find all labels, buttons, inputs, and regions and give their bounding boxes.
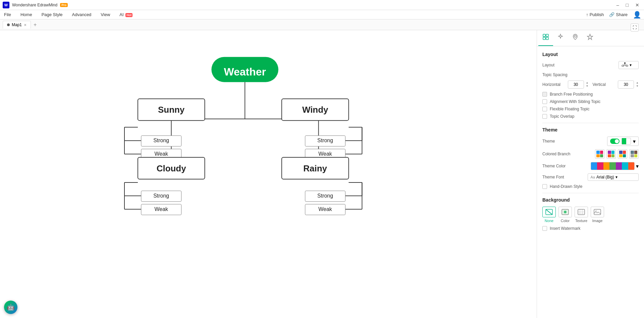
minimize-button[interactable]: – [614,2,621,8]
panel-tab-location[interactable] [568,30,583,46]
bg-option-texture[interactable]: Texture [575,207,588,223]
insert-watermark-checkbox[interactable] [542,226,547,231]
hand-drawn-row: Hand-Drawn Style [542,184,639,189]
flexible-floating-label: Flexible Floating Topic [550,107,590,111]
branch-free-positioning-row: Branch Free Positioning [542,92,639,97]
svg-text:Strong: Strong [317,193,333,199]
bg-option-color[interactable]: Color [558,207,572,223]
horizontal-value: 30 [574,82,578,87]
hand-drawn-label: Hand-Drawn Style [550,184,582,189]
share-button[interactable]: 🔗 Share [609,12,628,17]
theme-preview-dropdown[interactable]: ▾ [607,137,639,146]
flexible-floating-checkbox[interactable] [542,107,547,111]
svg-rect-48 [626,65,628,66]
svg-text:Weak: Weak [318,151,332,157]
menu-view[interactable]: View [99,12,111,17]
menu-advanced[interactable]: Advanced [71,12,93,17]
menubar: File Home Page Style Advanced View AI Ho… [0,10,644,19]
svg-line-49 [546,209,552,215]
theme-toggle [610,139,620,144]
publish-button[interactable]: ↑ Publish [586,12,604,17]
pro-badge: Pro [60,3,68,7]
svg-point-59 [595,210,597,212]
layout-section-title: Layout [542,52,639,57]
ai-assistant-button[interactable]: 🤖 [4,301,17,314]
theme-color-bar[interactable] [591,162,635,170]
panel-tab-star[interactable] [583,30,597,46]
colored-branch-option-2[interactable] [606,149,616,159]
vertical-down-arrow[interactable]: ▼ [636,85,639,88]
panel-tab-layout[interactable] [538,30,553,46]
theme-font-dropdown[interactable]: Aa Arial (Big) ▾ [588,173,639,181]
insert-watermark-row: Insert Watermark [542,226,639,231]
close-button[interactable]: ✕ [633,2,641,8]
branch-free-positioning-label: Branch Free Positioning [550,92,593,97]
bg-color-label: Color [561,219,570,223]
main-content: Weather Sunny Strong [0,30,644,318]
bg-option-none[interactable]: None [542,207,556,223]
branch-free-positioning-checkbox[interactable] [542,92,547,97]
theme-label: Theme [542,139,607,144]
theme-color-preview [622,138,631,145]
share-icon: 🔗 [609,12,614,17]
colored-branch-option-1[interactable] [595,149,604,159]
colored-branch-option-3[interactable] [618,149,627,159]
vertical-value: 30 [624,82,628,87]
mindmap-svg: Weather Sunny Strong [0,30,537,318]
tab-close-icon[interactable]: ✕ [24,23,26,27]
menu-file[interactable]: File [3,12,12,17]
topic-overlap-row: Topic Overlap [542,114,639,119]
menu-page-style[interactable]: Page Style [40,12,64,17]
font-value: Arial (Big) [596,175,614,179]
menu-home[interactable]: Home [19,12,34,17]
bg-none-icon [542,207,556,217]
publish-label: Publish [590,12,604,17]
canvas[interactable]: Weather Sunny Strong [0,30,537,318]
layout-control: ▾ [619,61,639,69]
minimap-button[interactable]: ⛶ [631,23,639,32]
layout-label: Layout [542,63,619,67]
insert-watermark-label: Insert Watermark [550,226,581,231]
vertical-input[interactable]: 30 [618,81,634,89]
restore-button[interactable]: □ [624,2,631,8]
font-chevron-icon: ▾ [615,175,618,179]
horizontal-up-arrow[interactable]: ▲ [586,81,589,85]
svg-text:Strong: Strong [317,138,333,143]
bg-texture-label: Texture [575,219,587,223]
tab-map1[interactable]: Map1 ✕ [3,21,31,29]
alignment-sibling-row: Alignment With Sibling Topic [542,99,639,104]
colored-branch-option-4[interactable] [629,149,639,159]
vertical-up-arrow[interactable]: ▲ [636,81,639,85]
panel-tab-magic[interactable] [553,30,568,46]
horizontal-input[interactable]: 30 [568,81,584,89]
account-button[interactable]: 👤 [633,11,641,19]
svg-rect-58 [594,209,601,215]
svg-text:Weather: Weather [224,66,266,78]
alignment-sibling-checkbox[interactable] [542,99,547,104]
app-logo: W [3,2,9,8]
horizontal-down-arrow[interactable]: ▼ [586,85,589,88]
app-title: Wondershare EdrawMind [12,3,57,7]
add-tab-button[interactable]: + [32,22,38,28]
svg-rect-44 [624,62,626,64]
topic-overlap-checkbox[interactable] [542,114,547,119]
layout-section: Layout Layout ▾ Topic Spacing [542,52,639,119]
topic-spacing-label: Topic Spacing [542,72,639,77]
panel-content: Layout Layout ▾ Topic Spacing [537,46,644,237]
svg-rect-41 [543,37,545,40]
layout-dropdown[interactable]: ▾ [619,61,639,69]
theme-section: Theme Theme ▾ Colored Branch [542,127,639,189]
svg-point-43 [574,35,576,37]
theme-section-title: Theme [542,127,639,132]
account-icon: 👤 [633,11,641,18]
bg-option-image[interactable]: Image [591,207,604,223]
hand-drawn-checkbox[interactable] [542,184,547,189]
svg-text:Windy: Windy [302,105,328,114]
menu-ai[interactable]: AI Hot [118,12,134,17]
theme-color-label: Theme Color [542,164,591,168]
horizontal-label: Horizontal [542,82,568,87]
svg-text:Rainy: Rainy [303,164,327,173]
topic-overlap-label: Topic Overlap [550,114,574,119]
svg-text:Cloudy: Cloudy [157,164,186,173]
svg-rect-42 [546,37,548,40]
